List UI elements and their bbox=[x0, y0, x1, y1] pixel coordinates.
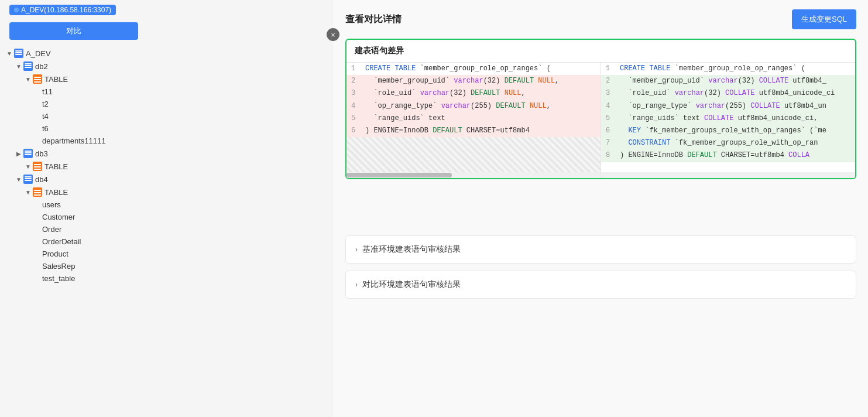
label-table-db3: TABLE bbox=[44, 162, 68, 171]
arrow-table-db2: ▼ bbox=[23, 76, 33, 83]
icon-db-adev bbox=[14, 49, 23, 58]
label-t6: t6 bbox=[42, 124, 49, 133]
arrow-table-db4: ▼ bbox=[23, 189, 33, 196]
tree-item-adev[interactable]: ▼ A_DEV bbox=[0, 47, 334, 60]
panel-title: 查看对比详情 bbox=[345, 13, 402, 26]
diff-left-line-4: 4 `op_range_type` varchar(255) DEFAULT N… bbox=[346, 100, 601, 112]
diff-right-line-3: 3 `role_uid` varchar(32) COLLATE utf8mb4… bbox=[601, 87, 855, 100]
tree-item-orderdetail[interactable]: OrderDetail bbox=[0, 235, 334, 248]
tree-item-db3[interactable]: ▶ db3 bbox=[0, 147, 334, 160]
diff-left-line-1: 1 CREATE TABLE `member_group_role_op_ran… bbox=[346, 63, 601, 75]
label-db4: db4 bbox=[35, 175, 48, 184]
label-db2: db2 bbox=[35, 62, 48, 71]
compare-collapse-arrow: › bbox=[355, 281, 358, 289]
compare-section: › 对比环境建表语句审核结果 bbox=[345, 271, 856, 299]
label-t11: t11 bbox=[42, 87, 53, 96]
db-badge-label: A_DEV(10.186.58.166:3307) bbox=[21, 6, 111, 14]
label-users: users bbox=[42, 200, 61, 209]
tree-item-product[interactable]: Product bbox=[0, 248, 334, 260]
panel-header: 查看对比详情 生成变更SQL bbox=[345, 9, 856, 29]
arrow-table-db3: ▼ bbox=[23, 163, 33, 170]
arrow-db2: ▼ bbox=[14, 63, 23, 70]
diff-left-hatched bbox=[346, 137, 601, 172]
diff-scrollbar-thumb-left[interactable] bbox=[346, 173, 452, 177]
baseline-section: › 基准环境建表语句审核结果 bbox=[345, 235, 856, 264]
tree-item-table-db3[interactable]: ▼ TABLE bbox=[0, 160, 334, 173]
label-departments: departments11111 bbox=[42, 136, 105, 145]
tree-item-t2[interactable]: t2 bbox=[0, 98, 334, 110]
label-product: Product bbox=[42, 249, 68, 258]
diff-right-line-6: 6 KEY `fk_member_groups_role_with_op_ran… bbox=[601, 125, 855, 137]
label-adev: A_DEV bbox=[26, 49, 51, 58]
main-panel: 查看对比详情 生成变更SQL 建表语句差异 1 CREATE TABLE `me… bbox=[334, 0, 868, 417]
icon-table-db4 bbox=[33, 187, 42, 197]
tree-item-db2[interactable]: ▼ db2 bbox=[0, 60, 334, 73]
label-order: Order bbox=[42, 225, 61, 234]
diff-right-scrollbar bbox=[601, 172, 855, 178]
label-table-db2: TABLE bbox=[44, 75, 68, 84]
icon-db-db3 bbox=[23, 149, 33, 158]
tree-container: ▼ A_DEV ▼ db2 ▼ TABLE t11 t2 bbox=[0, 42, 334, 289]
label-t2: t2 bbox=[42, 100, 49, 108]
label-test-table: test_table bbox=[42, 274, 75, 283]
tree-item-table-db4[interactable]: ▼ TABLE bbox=[0, 186, 334, 199]
arrow-db3: ▶ bbox=[14, 151, 23, 157]
diff-scrollbar-container bbox=[346, 172, 855, 178]
tree-item-departments[interactable]: departments11111 bbox=[0, 135, 334, 147]
diff-left-scrollbar[interactable] bbox=[346, 172, 601, 178]
label-customer: Customer bbox=[42, 213, 75, 221]
baseline-section-label: 基准环境建表语句审核结果 bbox=[362, 244, 461, 255]
icon-db-db2 bbox=[23, 61, 33, 71]
label-table-db4: TABLE bbox=[44, 188, 68, 197]
tree-item-t4[interactable]: t4 bbox=[0, 110, 334, 122]
label-salesrep: SalesRep bbox=[42, 262, 75, 271]
icon-db-db4 bbox=[23, 175, 33, 184]
db-badge: A_DEV(10.186.58.166:3307) bbox=[9, 5, 116, 15]
baseline-section-header[interactable]: › 基准环境建表语句审核结果 bbox=[346, 236, 856, 263]
diff-right-line-4: 4 `op_range_type` varchar(255) COLLATE u… bbox=[601, 100, 855, 112]
compare-section-label: 对比环境建表语句审核结果 bbox=[362, 279, 461, 290]
baseline-collapse-arrow: › bbox=[355, 245, 358, 254]
diff-content: 1 CREATE TABLE `member_group_role_op_ran… bbox=[346, 63, 855, 172]
arrow-db4: ▼ bbox=[14, 176, 23, 183]
label-db3: db3 bbox=[35, 149, 48, 158]
diff-section: 建表语句差异 1 CREATE TABLE `member_group_role… bbox=[345, 39, 856, 179]
diff-right-line-5: 5 `range_uids` text COLLATE utf8mb4_unic… bbox=[601, 112, 855, 125]
tree-item-db4[interactable]: ▼ db4 bbox=[0, 173, 334, 186]
diff-left-line-5: 5 `range_uids` text bbox=[346, 112, 601, 125]
label-t4: t4 bbox=[42, 112, 49, 121]
tree-item-table-db2[interactable]: ▼ TABLE bbox=[0, 73, 334, 86]
compare-section-header[interactable]: › 对比环境建表语句审核结果 bbox=[346, 271, 856, 298]
diff-right-line-1: 1 CREATE TABLE `member_group_role_op_ran… bbox=[601, 63, 855, 75]
diff-right-line-2: 2 `member_group_uid` varchar(32) COLLATE… bbox=[601, 75, 855, 87]
label-orderdetail: OrderDetail bbox=[42, 237, 81, 246]
diff-left-line-6: 6 ) ENGINE=InnoDB DEFAULT CHARSET=utf8mb… bbox=[346, 125, 601, 137]
diff-section-header: 建表语句差异 bbox=[346, 40, 855, 63]
icon-table-db3 bbox=[33, 162, 42, 171]
diff-left-line-3: 3 `role_uid` varchar(32) DEFAULT NULL, bbox=[346, 87, 601, 100]
tree-item-users[interactable]: users bbox=[0, 199, 334, 211]
diff-left-pane: 1 CREATE TABLE `member_group_role_op_ran… bbox=[346, 63, 601, 172]
tree-item-test-table[interactable]: test_table bbox=[0, 272, 334, 285]
diff-right-line-8: 8 ) ENGINE=InnoDB DEFAULT CHARSET=utf8mb… bbox=[601, 149, 855, 162]
icon-table-db2 bbox=[33, 74, 42, 84]
diff-right-pane: 1 CREATE TABLE `member_group_role_op_ran… bbox=[601, 63, 855, 172]
gen-sql-button[interactable]: 生成变更SQL bbox=[792, 9, 856, 29]
tree-item-salesrep[interactable]: SalesRep bbox=[0, 260, 334, 272]
tree-item-t11[interactable]: t11 bbox=[0, 86, 334, 98]
sidebar-header: A_DEV(10.186.58.166:3307) bbox=[0, 0, 334, 20]
close-button[interactable]: × bbox=[327, 28, 339, 41]
tree-item-customer[interactable]: Customer bbox=[0, 211, 334, 223]
sidebar: A_DEV(10.186.58.166:3307) 对比 ▼ A_DEV ▼ d… bbox=[0, 0, 334, 417]
diff-left-line-2: 2 `member_group_uid` varchar(32) DEFAULT… bbox=[346, 75, 601, 87]
compare-button[interactable]: 对比 bbox=[9, 22, 138, 40]
tree-item-t6[interactable]: t6 bbox=[0, 122, 334, 135]
empty-area bbox=[345, 189, 856, 235]
diff-right-line-7: 7 CONSTRAINT `fk_member_groups_role_with… bbox=[601, 137, 855, 149]
arrow-adev: ▼ bbox=[5, 50, 14, 57]
tree-item-order[interactable]: Order bbox=[0, 223, 334, 235]
